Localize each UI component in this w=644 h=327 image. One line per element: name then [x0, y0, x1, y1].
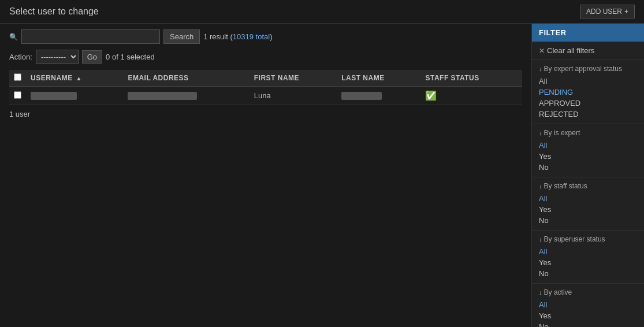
action-select[interactable]: ----------: [36, 50, 79, 64]
header-checkbox-cell: [9, 70, 26, 87]
filter-option-0-2[interactable]: APPROVED: [539, 98, 637, 108]
filter-option-1-0[interactable]: All: [539, 140, 637, 150]
header-bar: Select user to change ADD USER +: [0, 0, 644, 24]
row-select-checkbox[interactable]: [14, 91, 21, 99]
search-input[interactable]: [21, 29, 160, 44]
cell-staffstatus: ✅: [420, 87, 522, 105]
content-area: 🔍 Search 1 result (10319 total) Action: …: [0, 24, 531, 327]
filter-option-1-1[interactable]: Yes: [539, 151, 637, 161]
filter-link-3-0[interactable]: All: [539, 247, 547, 256]
add-user-label: ADD USER: [586, 8, 622, 16]
search-magnifier-icon: 🔍: [9, 33, 18, 41]
add-user-button[interactable]: ADD USER +: [580, 5, 635, 18]
filter-options-3: AllYesNo: [539, 247, 637, 278]
column-header-username[interactable]: USERNAME ▲: [26, 70, 123, 87]
filter-option-3-2[interactable]: No: [539, 269, 637, 278]
filter-link-4-0[interactable]: All: [539, 300, 547, 309]
filter-options-0: AllPENDINGAPPROVEDREJECTED: [539, 76, 637, 119]
filter-sidebar: FILTER ✕ Clear all filters By expert app…: [531, 24, 644, 327]
filter-option-1-2[interactable]: No: [539, 162, 637, 172]
cell-username: [26, 87, 123, 105]
filter-sections: By expert approval statusAllPENDINGAPPRO…: [532, 60, 644, 327]
clear-filters-button[interactable]: ✕ Clear all filters: [532, 42, 644, 60]
filter-option-4-0[interactable]: All: [539, 300, 637, 310]
go-button[interactable]: Go: [82, 50, 102, 64]
username-redacted: [31, 92, 77, 100]
filter-section-title-0[interactable]: By expert approval status: [539, 65, 637, 73]
cell-firstname: Luna: [250, 87, 337, 105]
lastname-redacted: [341, 92, 382, 100]
filter-section-3: By superuser statusAllYesNo: [532, 231, 644, 284]
filter-option-4-1[interactable]: Yes: [539, 311, 637, 321]
cell-lastname: [337, 87, 420, 105]
filter-link-2-0[interactable]: All: [539, 194, 547, 203]
selected-count: 0 of 1 selected: [106, 53, 155, 61]
table-row: Luna ✅: [9, 87, 522, 105]
filter-section-4: By activeAllYesNo: [532, 284, 644, 327]
filter-section-title-2[interactable]: By staff status: [539, 182, 637, 190]
filter-option-2-2[interactable]: No: [539, 215, 637, 225]
total-count-link[interactable]: 10319 total: [233, 32, 270, 41]
filter-section-2: By staff statusAllYesNo: [532, 177, 644, 231]
filter-option-3-0[interactable]: All: [539, 247, 637, 257]
filter-section-title-1[interactable]: By is expert: [539, 129, 637, 137]
sort-arrow-icon: ▲: [76, 75, 82, 81]
select-all-checkbox[interactable]: [14, 73, 21, 81]
action-bar: Action: ---------- Go 0 of 1 selected: [9, 50, 522, 64]
filter-options-1: AllYesNo: [539, 140, 637, 172]
cell-email: [123, 87, 249, 105]
clear-icon: ✕: [539, 47, 545, 55]
table-header-row: USERNAME ▲ EMAIL ADDRESS FIRST NAME LAST…: [9, 70, 522, 87]
filter-option-2-0[interactable]: All: [539, 194, 637, 203]
action-label: Action:: [9, 53, 32, 61]
filter-section-0: By expert approval statusAllPENDINGAPPRO…: [532, 60, 644, 124]
filter-section-title-4[interactable]: By active: [539, 288, 637, 296]
filter-option-0-3[interactable]: REJECTED: [539, 109, 637, 119]
user-count: 1 user: [9, 110, 522, 118]
filter-link-1-0[interactable]: All: [539, 141, 547, 150]
email-redacted: [128, 92, 197, 100]
username-link[interactable]: [31, 91, 77, 100]
staff-status-check-icon: ✅: [425, 91, 437, 101]
users-table: USERNAME ▲ EMAIL ADDRESS FIRST NAME LAST…: [9, 70, 522, 105]
filter-link-0-1[interactable]: PENDING: [539, 88, 573, 96]
search-bar: 🔍 Search 1 result (10319 total): [9, 29, 522, 44]
column-header-lastname: LAST NAME: [337, 70, 420, 87]
filter-option-0-0[interactable]: All: [539, 76, 637, 86]
column-header-firstname: FIRST NAME: [250, 70, 337, 87]
filter-option-2-1[interactable]: Yes: [539, 205, 637, 214]
row-checkbox-cell: [9, 87, 26, 105]
main-layout: 🔍 Search 1 result (10319 total) Action: …: [0, 24, 644, 327]
page-title: Select user to change: [9, 6, 99, 17]
result-count: 1 result (10319 total): [203, 32, 272, 41]
filter-section-title-3[interactable]: By superuser status: [539, 235, 637, 243]
filter-option-4-2[interactable]: No: [539, 322, 637, 327]
column-header-email: EMAIL ADDRESS: [123, 70, 249, 87]
filter-option-0-1[interactable]: PENDING: [539, 87, 637, 97]
column-header-staffstatus: STAFF STATUS: [420, 70, 522, 87]
add-user-icon: +: [624, 8, 628, 16]
filter-section-1: By is expertAllYesNo: [532, 124, 644, 177]
search-button[interactable]: Search: [163, 29, 200, 44]
filter-options-2: AllYesNo: [539, 194, 637, 225]
filter-header: FILTER: [532, 24, 644, 42]
filter-option-3-1[interactable]: Yes: [539, 258, 637, 267]
filter-options-4: AllYesNo: [539, 300, 637, 327]
